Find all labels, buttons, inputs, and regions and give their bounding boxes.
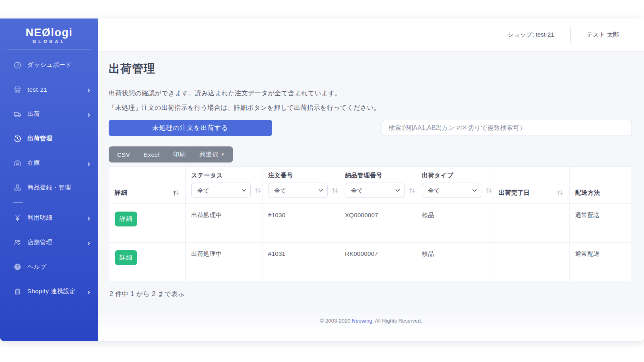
truck-icon [13, 110, 21, 118]
brand-planet-o: Ø [42, 27, 51, 39]
sidebar-item-product-management[interactable]: 商品登録・管理 [0, 175, 98, 200]
column-header-detail: 詳細 [109, 167, 186, 204]
chevron-right-icon: › [87, 239, 90, 247]
topbar: ショップ: test-21 テスト 太郎 [98, 19, 644, 51]
store-icon [13, 86, 21, 94]
sidebar-item-label: 出荷管理 [27, 135, 90, 142]
column-header-delivery-method: 配送方法 [570, 167, 632, 204]
sidebar-item-help[interactable]: ? ヘルプ [0, 255, 98, 279]
column-label: 注文番号 [268, 172, 333, 179]
brand-name: NEØlogi [0, 27, 98, 39]
sidebar-item-shipping[interactable]: 出荷 › [0, 102, 98, 126]
boxes-icon [13, 184, 21, 192]
cell-ship-type: 検品 [416, 243, 493, 281]
export-toolbar: CSV Excel 印刷 列選択▼ [109, 146, 233, 162]
excel-export-button[interactable]: Excel [137, 146, 166, 162]
detail-button[interactable]: 詳細 [115, 250, 137, 265]
sidebar: NEØlogi GLOBAL ダッシュボード test-21 › [0, 19, 98, 341]
sidebar-item-dashboard[interactable]: ダッシュボード [0, 53, 98, 77]
pagination-summary: 2 件中 1 から 2 まで表示 [109, 290, 632, 298]
order-number-filter-select[interactable]: 全て [268, 183, 328, 198]
sort-icon[interactable] [255, 187, 262, 193]
sidebar-item-label: test-21 [27, 86, 87, 93]
shopify-icon [13, 288, 21, 296]
sidebar-item-label: 在庫 [27, 159, 87, 167]
history-icon [13, 135, 21, 143]
yen-icon [13, 214, 21, 222]
search-input[interactable] [382, 120, 632, 136]
cell-ship-type: 検品 [416, 204, 493, 243]
copyright-suffix: . All Rights Reserved. [372, 318, 422, 324]
ship-unprocessed-button[interactable]: 未処理の注文を出荷する [109, 120, 272, 136]
sort-icon[interactable] [409, 187, 415, 193]
cell-delivery-number: RK0000007 [339, 243, 416, 281]
dashboard-icon [13, 61, 21, 69]
sort-icon[interactable] [557, 190, 564, 196]
column-label: ステータス [191, 172, 256, 179]
column-header-completed-date: 出荷完了日 [493, 167, 570, 204]
cell-completed-date [493, 243, 570, 281]
page-title: 出荷管理 [109, 61, 632, 76]
cell-delivery-method: 通常配送 [570, 243, 632, 281]
chevron-right-icon: › [87, 110, 90, 118]
chevron-right-icon: › [87, 214, 90, 222]
shop-label: ショップ: test-21 [508, 31, 570, 39]
cell-status: 出荷処理中 [186, 243, 262, 281]
user-menu[interactable]: テスト 太郎 [571, 31, 619, 39]
status-filter-select[interactable]: 全て [191, 183, 251, 198]
sidebar-item-inventory[interactable]: 在庫 › [0, 151, 98, 175]
cell-order-number: #1031 [262, 243, 339, 281]
ship-type-filter-select[interactable]: 全て [422, 183, 481, 198]
shipments-table: 詳細 ステータス 全て [109, 167, 632, 281]
column-label: 出荷タイプ [422, 172, 487, 179]
column-select-button[interactable]: 列選択▼ [193, 146, 232, 162]
caret-down-icon: ▼ [221, 153, 225, 156]
print-button[interactable]: 印刷 [167, 146, 193, 162]
neowing-link[interactable]: Neowing [352, 318, 372, 324]
brand-subtitle: GLOBAL [0, 39, 98, 44]
copyright-prefix: © 2003-2020 [320, 318, 352, 324]
main-area: ショップ: test-21 テスト 太郎 出荷管理 出荷状態の確認ができます。読… [98, 19, 644, 341]
column-label: 納品管理番号 [345, 172, 410, 179]
sidebar-section-divider [13, 202, 23, 203]
cell-status: 出荷処理中 [186, 204, 262, 243]
users-icon [13, 239, 21, 247]
sidebar-item-shopify-settings[interactable]: Shopify 連携設定 › [0, 279, 98, 304]
chevron-right-icon: › [87, 159, 90, 167]
sidebar-item-store[interactable]: test-21 › [0, 77, 98, 102]
page-description-line1: 出荷状態の確認ができます。読み込まれた注文データが全て含まれています。 [109, 88, 632, 98]
sort-icon[interactable] [485, 187, 492, 193]
sidebar-item-shop-management[interactable]: 店舗管理 › [0, 230, 98, 255]
column-label: 出荷完了日 [499, 189, 530, 197]
cell-order-number: #1030 [262, 204, 339, 243]
controls-row: 未処理の注文を出荷する [109, 120, 632, 136]
app-window: NEØlogi GLOBAL ダッシュボード test-21 › [0, 19, 644, 341]
detail-button[interactable]: 詳細 [115, 212, 137, 226]
sidebar-item-shipping-management[interactable]: 出荷管理 [0, 126, 98, 151]
table-row: 詳細 出荷処理中 #1030 XQ0000007 検品 通常配送 [109, 204, 632, 243]
footer: © 2003-2020 Neowing. All Rights Reserved… [98, 310, 644, 341]
sidebar-item-label: 店舗管理 [27, 239, 87, 246]
svg-text:?: ? [16, 264, 19, 269]
sidebar-item-usage-statement[interactable]: 利用明細 › [0, 206, 98, 230]
sidebar-item-label: 出荷 [27, 110, 87, 118]
cell-delivery-number: XQ0000007 [339, 204, 416, 243]
chevron-right-icon: › [87, 86, 90, 94]
sidebar-item-label: ダッシュボード [27, 61, 90, 69]
column-label: 配送方法 [575, 189, 600, 197]
column-header-delivery-number: 納品管理番号 全て [339, 167, 416, 204]
sidebar-item-label: ヘルプ [27, 263, 90, 271]
brand-logo: NEØlogi GLOBAL [0, 19, 98, 44]
sidebar-nav: ダッシュボード test-21 › 出荷 › 出荷管理 [0, 49, 98, 304]
csv-export-button[interactable]: CSV [110, 146, 137, 162]
chevron-right-icon: › [87, 288, 90, 296]
sort-icon[interactable] [332, 187, 339, 193]
warehouse-icon [13, 159, 21, 167]
sort-icon[interactable] [173, 190, 180, 196]
delivery-number-filter-select[interactable]: 全て [345, 183, 405, 198]
sidebar-item-label: 利用明細 [27, 214, 87, 222]
cell-detail: 詳細 [109, 204, 186, 243]
brand-part3: logi [51, 27, 73, 39]
column-select-label: 列選択 [200, 151, 219, 158]
column-label: 詳細 [115, 189, 127, 197]
